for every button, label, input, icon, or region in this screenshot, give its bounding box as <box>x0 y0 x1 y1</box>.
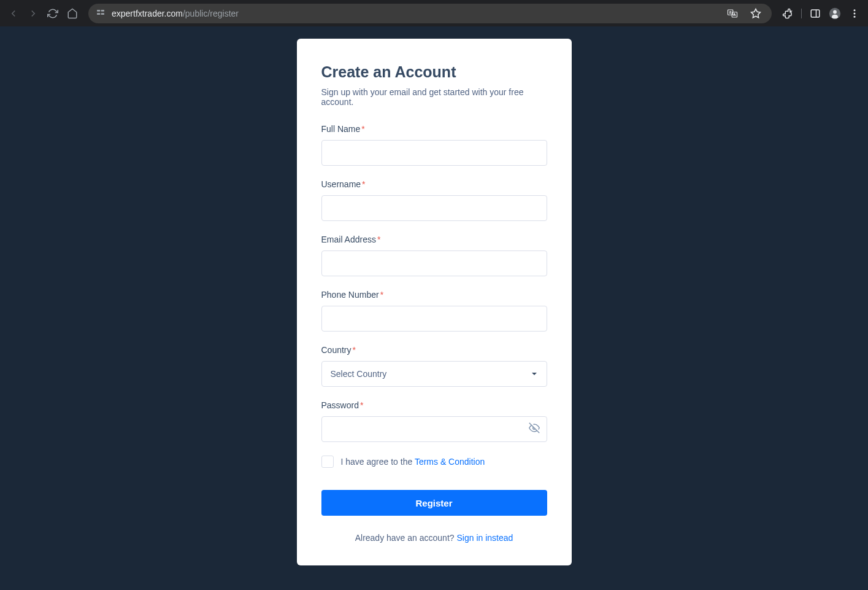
side-panel-icon[interactable] <box>807 5 824 22</box>
home-button[interactable] <box>64 5 81 22</box>
footer-text: Already have an account? Sign in instead <box>321 533 547 543</box>
page-subtitle: Sign up with your email and get started … <box>321 87 547 107</box>
phone-input[interactable] <box>321 306 547 332</box>
fullname-label: Full Name* <box>321 124 547 134</box>
register-card: Create an Account Sign up with your emai… <box>297 39 572 565</box>
reload-button[interactable] <box>44 5 61 22</box>
menu-icon[interactable] <box>846 5 863 22</box>
terms-link[interactable]: Terms & Condition <box>415 457 485 467</box>
password-label: Password* <box>321 400 547 410</box>
page-title: Create an Account <box>321 63 547 81</box>
svg-rect-7 <box>811 10 820 17</box>
content-area: Create an Account Sign up with your emai… <box>0 26 868 590</box>
address-bar[interactable]: expertfxtrader.com/public/register <box>88 4 772 23</box>
register-button[interactable]: Register <box>321 490 547 516</box>
eye-off-icon[interactable] <box>529 422 540 436</box>
password-input[interactable] <box>321 416 547 442</box>
svg-point-11 <box>854 9 856 11</box>
signin-link[interactable]: Sign in instead <box>456 533 513 543</box>
svg-rect-3 <box>101 13 104 15</box>
email-input[interactable] <box>321 250 547 276</box>
country-label: Country* <box>321 345 547 355</box>
extensions-icon[interactable] <box>779 5 796 22</box>
terms-label: I have agree to the Terms & Condition <box>341 457 485 467</box>
back-button[interactable] <box>5 5 22 22</box>
username-label: Username* <box>321 179 547 189</box>
translate-icon[interactable] <box>724 5 741 22</box>
terms-checkbox[interactable] <box>321 456 334 468</box>
browser-toolbar: expertfxtrader.com/public/register <box>0 0 868 26</box>
svg-rect-2 <box>97 13 100 15</box>
username-input[interactable] <box>321 195 547 221</box>
fullname-input[interactable] <box>321 140 547 166</box>
svg-marker-6 <box>751 9 761 17</box>
profile-icon[interactable] <box>826 5 843 22</box>
svg-point-10 <box>833 10 837 14</box>
svg-point-13 <box>854 15 856 17</box>
toolbar-separator <box>801 9 802 18</box>
forward-button[interactable] <box>25 5 42 22</box>
svg-rect-0 <box>97 10 100 12</box>
site-info-icon[interactable] <box>96 7 106 19</box>
country-select[interactable]: Select Country <box>321 361 547 387</box>
svg-point-12 <box>854 12 856 14</box>
url-text: expertfxtrader.com/public/register <box>112 9 718 18</box>
phone-label: Phone Number* <box>321 290 547 300</box>
bookmark-star-icon[interactable] <box>747 5 764 22</box>
email-label: Email Address* <box>321 235 547 244</box>
svg-rect-1 <box>101 10 104 12</box>
